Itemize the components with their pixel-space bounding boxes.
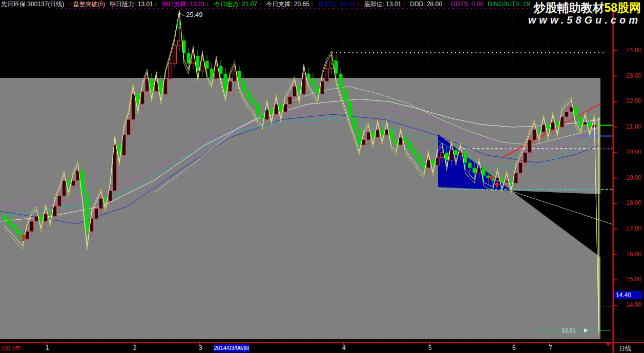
- candle-up: [436, 158, 440, 165]
- candle-down: [371, 132, 375, 137]
- candle-down: [404, 137, 407, 142]
- indicator-field-label: DDD: 28.00: [410, 1, 442, 8]
- candle-up: [265, 109, 269, 119]
- candle-up: [376, 130, 380, 137]
- candle-down: [205, 61, 209, 69]
- candle-up: [109, 191, 112, 201]
- candle-up: [35, 216, 38, 221]
- candle-up: [201, 61, 204, 71]
- candle-up: [427, 160, 430, 168]
- candle-down: [394, 140, 398, 145]
- candle-down: [252, 99, 255, 104]
- candle-up: [441, 153, 444, 158]
- selected-date-box: 2014/03/06/四: [214, 344, 250, 352]
- up-arrow-icon: ↑: [310, 1, 314, 8]
- candle-up: [565, 112, 569, 117]
- candle-up: [362, 140, 366, 145]
- signal-field: ↑盘整突破(5): [69, 0, 105, 9]
- signal-label: 盘整突破(5): [73, 0, 105, 9]
- indicator-field-label: GDTS: 0.00: [451, 1, 483, 8]
- indicator-field: DDD: 28.00↑: [410, 0, 446, 9]
- indicator-field: DINGBUTS: 29: [488, 0, 530, 9]
- down-arrow-icon: ↓: [206, 1, 209, 8]
- candle-up: [528, 140, 532, 153]
- candle-down: [501, 178, 504, 182]
- candle-up: [127, 119, 131, 135]
- price-axis-label: 23.00: [618, 72, 641, 79]
- month-label: 5: [428, 344, 432, 351]
- peak-leader-line: [179, 13, 184, 16]
- candle-down: [358, 130, 361, 145]
- candle-down: [256, 104, 260, 114]
- candle-down: [247, 92, 251, 99]
- watermark: 炒股輔助教材58股网 www.58Gu.com: [528, 1, 641, 26]
- period-tab-daily[interactable]: 日线: [619, 344, 631, 353]
- candle-up: [293, 87, 297, 97]
- candle-down: [537, 130, 541, 132]
- candle-down: [39, 216, 43, 221]
- candle-down: [445, 153, 449, 160]
- candle-down: [574, 107, 578, 117]
- price-axis-label: 14.00: [618, 301, 641, 308]
- candle-down: [7, 219, 11, 224]
- month-label: 2: [133, 344, 137, 351]
- candle-down: [339, 74, 343, 89]
- candle-down: [381, 130, 384, 135]
- candle-down: [464, 153, 467, 163]
- candle-up: [275, 104, 278, 114]
- indicator-field-label: 顶部位: 28.00: [318, 0, 356, 9]
- candle-up: [99, 198, 103, 209]
- candle-down: [418, 155, 421, 163]
- candle-up: [146, 79, 149, 92]
- candle-up: [477, 168, 481, 173]
- month-label: 4: [342, 344, 346, 351]
- candle-up: [284, 104, 287, 112]
- candle-up: [72, 181, 75, 186]
- candle-up: [367, 132, 370, 140]
- watermark-line1: 炒股輔助教材58股网: [528, 1, 641, 14]
- price-axis-label: 24.00: [618, 47, 641, 54]
- indicator-field-label: 底部位: 13.01: [364, 0, 402, 9]
- candle-down: [547, 124, 550, 130]
- candle-down: [413, 150, 417, 155]
- watermark-url: www.58Gu.com: [528, 14, 641, 26]
- candle-down: [67, 181, 71, 186]
- candle-down: [348, 101, 352, 117]
- candle-down: [454, 150, 458, 155]
- candle-up: [496, 178, 500, 181]
- stock-app-window: 25.4913.01 先河环保 300137(日线) ↑盘整突破(5) 明日阻力…: [0, 0, 644, 353]
- candlestick-chart[interactable]: 25.4913.01: [0, 0, 644, 353]
- candle-down: [224, 74, 227, 92]
- indicator-fields: 明日阻力: 13.01↓明日支撑: 13.01↓今日阻力: 21.07↑今日支撑…: [110, 0, 530, 9]
- indicator-field: GDTS: 0.00: [451, 0, 483, 9]
- candle-down: [473, 168, 476, 173]
- candle-up: [173, 46, 177, 64]
- price-axis-label: 15.00: [618, 276, 641, 283]
- candle-up: [53, 206, 57, 216]
- candle-up: [524, 153, 527, 163]
- indicator-field-label: 明日阻力: 13.01: [110, 0, 153, 9]
- stock-title: 先河环保 300137(日线): [1, 0, 64, 9]
- low-price-label: 13.01: [562, 327, 576, 334]
- candle-up: [95, 209, 98, 219]
- candle-up: [169, 64, 172, 79]
- candle-up: [30, 221, 34, 232]
- candle-up: [26, 232, 29, 239]
- candle-up: [58, 196, 61, 206]
- candle-down: [219, 66, 223, 74]
- candle-up: [450, 150, 453, 160]
- candle-up: [63, 181, 66, 196]
- candle-up: [178, 40, 181, 46]
- candle-up: [542, 124, 546, 132]
- candle-down: [344, 89, 347, 102]
- candle-up: [519, 163, 523, 173]
- candle-up: [325, 69, 329, 81]
- candle-down: [311, 79, 315, 87]
- up-arrow-icon: ↑: [443, 1, 446, 8]
- up-arrow-icon: ↑: [69, 1, 72, 8]
- indicator-field-label: 今日支撑: 20.65: [266, 0, 309, 9]
- candle-up: [505, 181, 509, 182]
- candle-down: [579, 117, 583, 124]
- candle-down: [390, 130, 393, 140]
- month-label: 6: [512, 344, 516, 351]
